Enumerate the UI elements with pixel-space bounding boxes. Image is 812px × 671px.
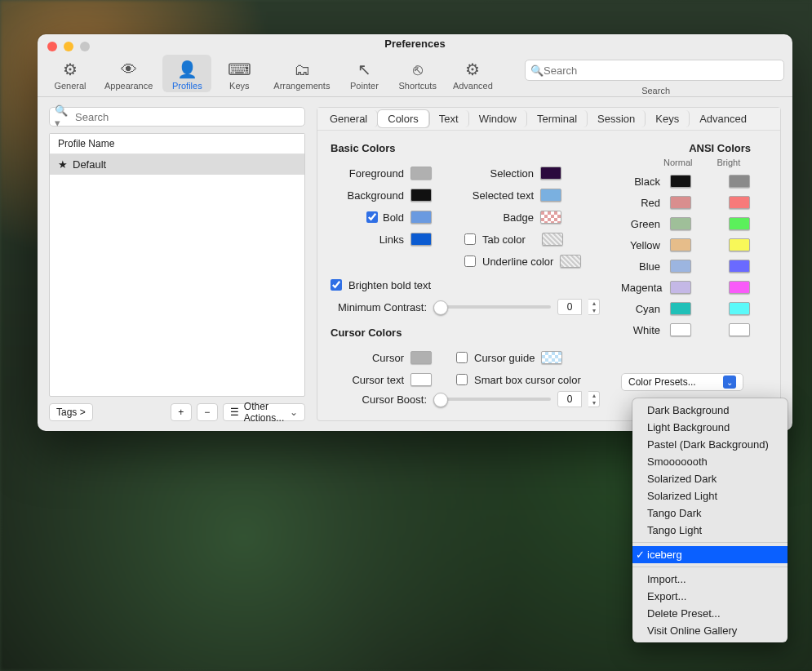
preset-iceberg[interactable]: iceberg	[632, 546, 788, 563]
badge-swatch[interactable]	[540, 211, 561, 224]
remove-profile-button[interactable]: −	[197, 403, 218, 421]
preset-action-export-[interactable]: Export...	[632, 588, 788, 605]
preset-action-import-[interactable]: Import...	[632, 571, 788, 588]
preset-action-visit-online-gallery[interactable]: Visit Online Gallery	[632, 622, 788, 639]
search-icon: 🔍	[530, 64, 544, 77]
actions-icon: ☰	[230, 407, 239, 418]
toolbar-appearance[interactable]: 👁Appearance	[98, 55, 159, 92]
cursor-boost-value[interactable]: 0	[557, 391, 582, 407]
profile-search[interactable]: 🔍▾	[49, 107, 305, 127]
cursor-guide-swatch[interactable]	[541, 351, 562, 364]
zoom-icon[interactable]	[80, 42, 90, 51]
ansi-blue-normal[interactable]	[670, 260, 691, 273]
toolbar-pointer[interactable]: ↖Pointer	[339, 55, 388, 92]
star-icon: ★	[58, 158, 68, 171]
profile-list-header: Profile Name	[50, 134, 304, 154]
toolbar-search-input[interactable]	[544, 64, 779, 77]
cursor-swatch[interactable]	[410, 351, 432, 364]
ansi-green-bright[interactable]	[729, 217, 750, 230]
window-title: Preferences	[384, 38, 445, 50]
preset-pastel-dark-background-[interactable]: Pastel (Dark Background)	[632, 436, 788, 453]
ansi-green-normal[interactable]	[670, 217, 691, 230]
selection-swatch[interactable]	[540, 167, 561, 180]
close-icon[interactable]	[47, 42, 57, 51]
toolbar-search[interactable]: 🔍	[525, 60, 784, 81]
add-profile-button[interactable]: +	[171, 403, 192, 421]
toolbar-shortcuts[interactable]: ⎋Shortcuts	[392, 55, 442, 92]
toolbar-arrangements[interactable]: 🗂Arrangements	[267, 55, 336, 92]
preset-smooooooth[interactable]: Smooooooth	[632, 453, 788, 470]
preset-solarized-light[interactable]: Solarized Light	[632, 487, 788, 504]
toolbar: ⚙General 👁Appearance 👤Profiles ⌨Keys 🗂Ar…	[38, 53, 792, 97]
pointer-icon: ↖	[357, 60, 371, 79]
ansi-white-normal[interactable]	[670, 323, 691, 336]
tab-color-checkbox[interactable]	[464, 233, 476, 245]
ansi-yellow-bright[interactable]	[729, 238, 750, 251]
cursor-boost-slider[interactable]	[433, 398, 551, 401]
tab-text[interactable]: Text	[429, 110, 469, 127]
tab-color-swatch[interactable]	[542, 233, 563, 246]
arrangements-icon: 🗂	[294, 60, 310, 79]
min-contrast-stepper[interactable]: ▴▾	[588, 299, 600, 315]
ansi-magenta-bright[interactable]	[729, 281, 750, 294]
color-presets-dropdown[interactable]: Color Presets... ⌄	[621, 373, 743, 391]
ansi-black-bright[interactable]	[729, 175, 750, 188]
bold-swatch[interactable]	[410, 211, 432, 224]
preset-tango-light[interactable]: Tango Light	[632, 522, 788, 539]
underline-swatch[interactable]	[560, 255, 581, 268]
bold-checkbox[interactable]	[366, 211, 378, 223]
background-swatch[interactable]	[410, 189, 432, 202]
toolbar-general[interactable]: ⚙General	[46, 55, 95, 92]
color-presets-menu: Dark BackgroundLight BackgroundPastel (D…	[632, 398, 788, 642]
minimize-icon[interactable]	[64, 42, 73, 51]
smart-box-checkbox[interactable]	[456, 374, 468, 385]
ansi-cyan-normal[interactable]	[670, 302, 691, 315]
profile-row-default[interactable]: ★ Default	[50, 154, 304, 175]
preset-dark-background[interactable]: Dark Background	[632, 402, 788, 419]
keyboard-icon: ⌨	[228, 60, 251, 79]
toolbar-profiles[interactable]: 👤Profiles	[162, 55, 211, 92]
ansi-magenta-normal[interactable]	[670, 281, 691, 294]
ansi-black-normal[interactable]	[670, 175, 691, 188]
tab-advanced[interactable]: Advanced	[690, 110, 757, 127]
cursor-guide-checkbox[interactable]	[456, 352, 468, 363]
toolbar-search-label: Search	[641, 86, 670, 96]
profile-tabs: General Colors Text Window Terminal Sess…	[317, 108, 780, 131]
tab-keys[interactable]: Keys	[646, 110, 690, 127]
foreground-swatch[interactable]	[410, 167, 432, 180]
underline-checkbox[interactable]	[464, 256, 476, 267]
tab-session[interactable]: Session	[588, 110, 646, 127]
cursor-boost-stepper[interactable]: ▴▾	[588, 391, 600, 407]
brighten-checkbox[interactable]	[331, 279, 342, 291]
cursor-colors-title: Cursor Colors	[331, 327, 600, 339]
tab-terminal[interactable]: Terminal	[527, 110, 588, 127]
ansi-red-bright[interactable]	[729, 196, 750, 209]
cursor-text-swatch[interactable]	[410, 373, 432, 386]
tab-window[interactable]: Window	[469, 110, 527, 127]
tags-button[interactable]: Tags >	[49, 403, 93, 421]
toolbar-keys[interactable]: ⌨Keys	[215, 55, 264, 92]
tab-general[interactable]: General	[320, 110, 378, 127]
gear-icon: ⚙	[63, 60, 78, 79]
other-actions-dropdown[interactable]: ☰Other Actions...	[223, 403, 305, 421]
preferences-window: Preferences ⚙General 👁Appearance 👤Profil…	[38, 34, 792, 431]
ansi-white-bright[interactable]	[729, 323, 750, 336]
ansi-red-normal[interactable]	[670, 196, 691, 209]
selected-text-swatch[interactable]	[540, 189, 561, 202]
titlebar: Preferences	[38, 34, 792, 53]
preset-tango-dark[interactable]: Tango Dark	[632, 504, 788, 522]
tab-colors[interactable]: Colors	[378, 110, 429, 127]
ansi-cyan-bright[interactable]	[729, 302, 750, 315]
gears-icon: ⚙	[465, 60, 480, 79]
links-swatch[interactable]	[410, 233, 432, 246]
preset-light-background[interactable]: Light Background	[632, 419, 788, 436]
toolbar-advanced[interactable]: ⚙Advanced	[446, 55, 499, 92]
ansi-yellow-normal[interactable]	[670, 238, 691, 251]
min-contrast-slider[interactable]	[433, 305, 551, 309]
preset-action-delete-preset-[interactable]: Delete Preset...	[632, 605, 788, 622]
ansi-blue-bright[interactable]	[729, 260, 750, 273]
preset-solarized-dark[interactable]: Solarized Dark	[632, 470, 788, 487]
search-icon: 🔍▾	[55, 104, 72, 129]
profile-search-input[interactable]	[75, 111, 300, 123]
min-contrast-value[interactable]: 0	[557, 299, 582, 315]
